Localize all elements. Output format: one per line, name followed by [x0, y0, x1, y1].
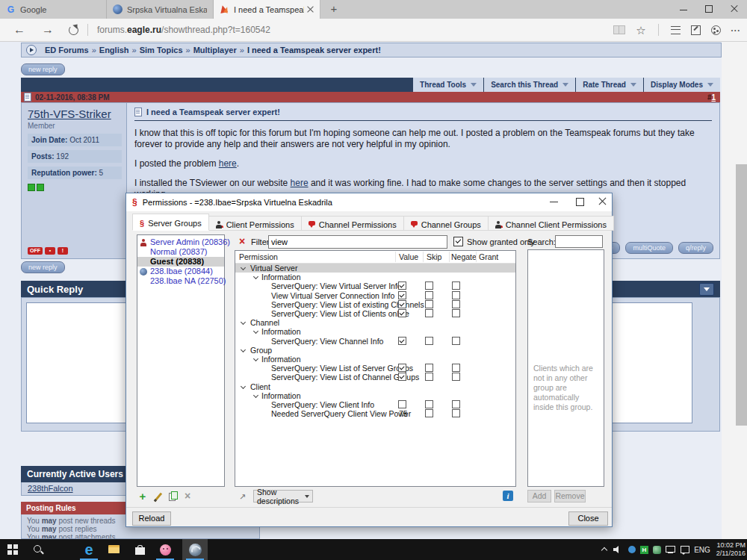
breadcrumb-link[interactable]: Multiplayer — [193, 46, 237, 55]
problem-link[interactable]: here — [219, 158, 237, 169]
taskbar-octopus-app-button[interactable] — [152, 539, 178, 560]
negate-checkbox[interactable] — [452, 409, 460, 417]
taskbar-file-explorer-button[interactable] — [102, 539, 127, 560]
add-client-button[interactable]: Add — [527, 490, 551, 503]
back-icon[interactable]: ← — [13, 23, 25, 37]
server-group-item[interactable]: Normal (20837) — [137, 247, 224, 257]
permission-row[interactable]: Client — [235, 382, 515, 391]
negate-checkbox[interactable] — [452, 291, 460, 299]
server-group-item[interactable]: Guest (20838) — [137, 257, 224, 267]
remove-client-button[interactable]: Remove — [554, 490, 586, 503]
tray-teamspeak-icon[interactable] — [651, 539, 663, 560]
breadcrumb-link[interactable]: English — [99, 46, 129, 55]
close-button[interactable]: Close — [568, 511, 608, 526]
url-text[interactable]: forums.eagle.ru/showthread.php?t=160542 — [97, 25, 270, 35]
dialog-maximize-button[interactable] — [568, 193, 591, 210]
taskbar-edge-button[interactable]: e — [76, 539, 102, 560]
browser-tab[interactable]: Srpska Virtualna Eskadrila = — [107, 0, 214, 19]
volume-icon[interactable] — [611, 539, 626, 560]
web-note-icon[interactable] — [691, 25, 701, 35]
thread-tool-button[interactable]: Rate Thread — [575, 78, 643, 92]
negate-checkbox[interactable] — [452, 300, 460, 308]
breadcrumb-expand-icon[interactable] — [26, 45, 37, 55]
permission-row[interactable]: ServerQuery: View Client Info — [235, 400, 515, 409]
value-checkbox[interactable] — [398, 373, 406, 381]
info-icon[interactable]: i — [503, 491, 513, 501]
column-header[interactable]: Grant — [479, 252, 498, 261]
filter-input[interactable] — [268, 235, 447, 249]
taskbar-store-button[interactable] — [127, 539, 152, 560]
search-input[interactable] — [555, 235, 603, 248]
clear-filter-icon[interactable]: × — [239, 236, 245, 246]
dialog-tab-server-groups[interactable]: §Server Groups — [132, 214, 209, 231]
apply-permissions-icon[interactable]: ↗ — [237, 491, 248, 503]
qreply-button[interactable]: q/reply — [678, 242, 713, 254]
taskbar-start-button[interactable] — [0, 539, 25, 560]
dialog-tab-channel-permissions[interactable]: Channel Permissions — [302, 216, 404, 231]
skip-checkbox[interactable] — [425, 364, 433, 372]
permission-row[interactable]: ServerQuery: View List of Clients online — [235, 309, 515, 318]
more-actions-icon[interactable]: ••• — [731, 28, 741, 33]
permission-row[interactable]: ServerQuery: View Virtual Server Info — [235, 281, 515, 290]
permission-row[interactable]: Virtual Server — [235, 264, 515, 273]
taskbar-task-view-button[interactable] — [51, 539, 76, 560]
dialog-title-bar[interactable]: § Permissions - =238.Ibae=Srpska Virtuel… — [126, 193, 612, 211]
permission-row[interactable]: ServerQuery: View List of Channel Groups — [235, 373, 515, 382]
reading-view-icon[interactable] — [613, 25, 625, 34]
thread-tool-button[interactable]: Search this Thread — [483, 78, 575, 92]
warn-badge-icon[interactable]: ! — [58, 247, 68, 255]
share-icon[interactable] — [711, 25, 721, 35]
author-username-link[interactable]: 75th-VFS-Striker — [28, 108, 122, 120]
server-group-item[interactable]: 238.Ibae (20844) — [137, 267, 224, 276]
show-descriptions-dropdown[interactable]: Show descriptions — [253, 490, 313, 503]
network-icon[interactable] — [663, 539, 678, 560]
window-minimize-button[interactable] — [671, 0, 696, 18]
skip-checkbox[interactable] — [425, 281, 433, 290]
new-reply-button[interactable]: new reply — [21, 63, 65, 75]
tree-collapse-icon[interactable] — [241, 385, 246, 389]
add-group-button[interactable]: + — [137, 491, 149, 503]
post-number[interactable]: #1 — [707, 93, 716, 102]
permission-row[interactable]: Channel — [235, 318, 515, 327]
action-center-icon[interactable] — [678, 539, 692, 560]
show-granted-checkbox[interactable] — [453, 237, 463, 246]
skip-checkbox[interactable] — [425, 337, 433, 345]
column-header[interactable]: Negate — [451, 252, 477, 261]
permission-row[interactable]: Needed ServerQuery Client View Power75 — [235, 409, 515, 418]
favorites-star-icon[interactable]: ☆ — [636, 25, 645, 36]
dialog-tab-channel-client-permissions[interactable]: Channel Client Permissions — [489, 216, 614, 231]
value-checkbox[interactable] — [398, 337, 406, 345]
thread-tool-button[interactable]: Thread Tools — [412, 78, 483, 92]
active-user-link[interactable]: 238thFalcon — [28, 484, 73, 493]
skip-checkbox[interactable] — [425, 373, 433, 381]
language-indicator[interactable]: ENG — [692, 539, 713, 560]
permission-row[interactable]: ServerQuery: View Channel Info — [235, 337, 515, 346]
breadcrumb-link[interactable]: ED Forums — [45, 46, 89, 55]
permission-row[interactable]: Group — [235, 346, 515, 355]
page-scrollbar-thumb[interactable] — [736, 164, 747, 426]
value-checkbox[interactable] — [398, 400, 406, 408]
dialog-tab-channel-groups[interactable]: Channel Groups — [404, 216, 489, 231]
new-reply-button[interactable]: new reply — [21, 261, 65, 273]
permission-row[interactable]: View Virtual Server Connection Info — [235, 291, 515, 300]
negate-checkbox[interactable] — [452, 337, 460, 345]
permission-row[interactable]: ServerQuery: View List of Server Groups — [235, 364, 515, 373]
clock[interactable]: 10:02 PM 2/11/2016 — [713, 539, 746, 560]
thread-tool-button[interactable]: Display Modes — [643, 78, 720, 92]
breadcrumb-link[interactable]: Sim Topics — [140, 46, 183, 55]
column-header[interactable]: Value — [399, 252, 418, 261]
value-checkbox[interactable] — [398, 291, 406, 299]
tray-app-blue-icon[interactable] — [626, 539, 638, 560]
multiquote-button[interactable]: multiQuote — [625, 242, 673, 254]
tree-collapse-icon[interactable] — [241, 266, 246, 270]
value-checkbox[interactable] — [398, 281, 406, 290]
negate-checkbox[interactable] — [452, 281, 460, 290]
copy-group-button[interactable] — [167, 491, 179, 503]
refresh-icon[interactable] — [69, 25, 78, 35]
column-header[interactable]: Permission — [239, 252, 278, 261]
window-close-button[interactable] — [722, 0, 747, 18]
value-number[interactable]: 75 — [399, 409, 408, 418]
permission-row[interactable]: Information — [235, 355, 515, 364]
tree-collapse-icon[interactable] — [254, 393, 258, 398]
hub-icon[interactable] — [671, 26, 681, 34]
